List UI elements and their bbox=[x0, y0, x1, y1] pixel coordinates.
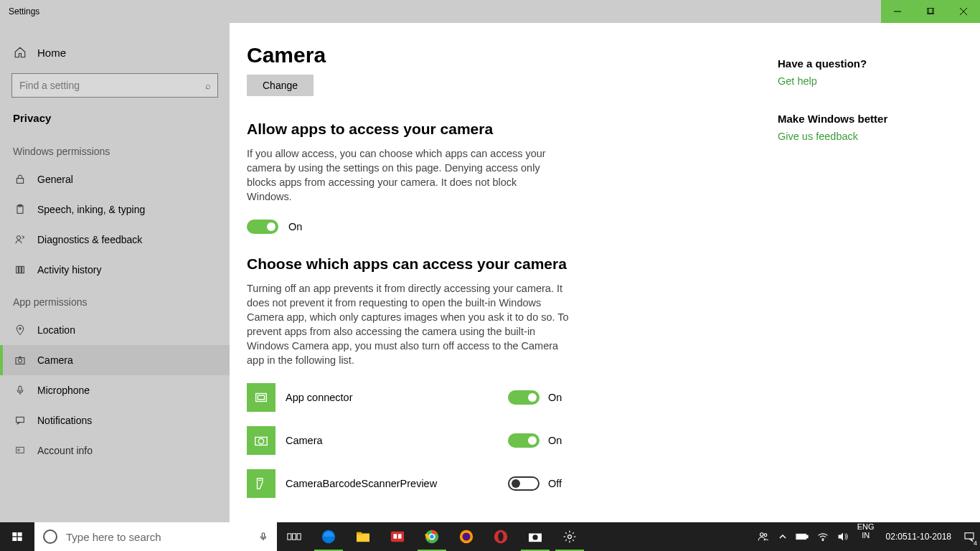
date-text: 11-10-2018 bbox=[908, 532, 951, 542]
clipboard-icon bbox=[13, 204, 27, 215]
location-icon bbox=[13, 324, 27, 336]
svg-rect-1 bbox=[927, 8, 933, 14]
app-toggle-state: On bbox=[548, 435, 562, 446]
svg-rect-29 bbox=[288, 534, 291, 540]
lang-primary: ENG bbox=[857, 522, 875, 531]
minimize-button[interactable] bbox=[881, 0, 914, 23]
nav-label: Location bbox=[37, 324, 75, 336]
svg-point-42 bbox=[463, 533, 471, 541]
feedback-heading: Make Windows better bbox=[778, 113, 947, 125]
sidebar-item-diagnostics[interactable]: Diagnostics & feedback bbox=[0, 225, 230, 255]
svg-rect-25 bbox=[18, 532, 22, 536]
action-center-icon[interactable]: 4 bbox=[958, 522, 980, 551]
microphone-icon bbox=[13, 385, 27, 396]
search-input[interactable] bbox=[11, 73, 218, 98]
search-container: ⌕ bbox=[11, 73, 218, 98]
get-help-link[interactable]: Get help bbox=[778, 75, 947, 87]
notification-icon bbox=[13, 415, 27, 426]
nav-label: Notifications bbox=[37, 415, 92, 426]
svg-point-8 bbox=[17, 236, 20, 240]
camera-taskbar-icon[interactable] bbox=[518, 522, 552, 551]
app-toggle-state: On bbox=[548, 392, 562, 403]
svg-rect-24 bbox=[12, 532, 17, 536]
task-view-button[interactable] bbox=[277, 522, 311, 551]
svg-point-47 bbox=[568, 535, 572, 539]
tray-chevron-icon[interactable] bbox=[774, 522, 791, 551]
file-explorer-icon[interactable] bbox=[346, 522, 380, 551]
app-name: App connector bbox=[286, 392, 508, 403]
svg-point-46 bbox=[532, 534, 537, 540]
svg-rect-5 bbox=[17, 179, 23, 184]
sidebar-item-microphone[interactable]: Microphone bbox=[0, 375, 230, 405]
svg-rect-20 bbox=[258, 395, 264, 400]
app-row-camera: Camera On bbox=[247, 426, 778, 455]
svg-rect-31 bbox=[297, 534, 301, 540]
window-title: Settings bbox=[0, 6, 39, 17]
home-nav[interactable]: Home bbox=[0, 37, 230, 67]
svg-rect-2 bbox=[928, 8, 934, 14]
volume-icon[interactable] bbox=[833, 522, 853, 551]
settings-taskbar-icon[interactable] bbox=[552, 522, 587, 551]
right-panel: Have a question? Get help Make Windows b… bbox=[778, 43, 964, 522]
barcode-scanner-toggle[interactable] bbox=[508, 476, 540, 491]
cortana-search[interactable]: Type here to search bbox=[34, 522, 277, 551]
sidebar-item-account-info[interactable]: Account info bbox=[0, 435, 230, 466]
svg-point-18 bbox=[18, 449, 20, 451]
give-feedback-link[interactable]: Give us feedback bbox=[778, 131, 947, 142]
wifi-icon[interactable] bbox=[813, 522, 833, 551]
svg-rect-27 bbox=[18, 537, 22, 541]
camera-app-icon bbox=[247, 426, 275, 455]
mic-icon[interactable] bbox=[258, 530, 268, 543]
svg-rect-30 bbox=[293, 534, 296, 540]
sidebar-item-activity[interactable]: Activity history bbox=[0, 255, 230, 285]
chrome-icon[interactable] bbox=[415, 522, 449, 551]
svg-rect-37 bbox=[398, 534, 402, 538]
lang-secondary: IN bbox=[862, 531, 870, 540]
sidebar-item-location[interactable]: Location bbox=[0, 315, 230, 345]
notification-badge: 4 bbox=[974, 540, 977, 547]
app-connector-toggle[interactable] bbox=[508, 390, 540, 405]
change-button[interactable]: Change bbox=[247, 75, 314, 96]
nav-label: Activity history bbox=[37, 264, 101, 276]
close-button[interactable] bbox=[947, 0, 980, 23]
question-heading: Have a question? bbox=[778, 57, 947, 70]
nav-label: General bbox=[37, 174, 73, 185]
sidebar-item-camera[interactable]: Camera bbox=[0, 345, 230, 375]
svg-point-48 bbox=[760, 533, 763, 537]
maximize-button[interactable] bbox=[914, 0, 947, 23]
app-name: Camera bbox=[286, 435, 508, 446]
sidebar-item-speech[interactable]: Speech, inking, & typing bbox=[0, 194, 230, 225]
time-text: 02:05 bbox=[886, 532, 908, 542]
sidebar: Home ⌕ Privacy Windows permissions Gener… bbox=[0, 23, 230, 522]
app-toggle-state: Off bbox=[548, 478, 562, 489]
svg-point-12 bbox=[19, 328, 22, 330]
nav-label: Speech, inking, & typing bbox=[37, 204, 145, 215]
edge-icon[interactable] bbox=[311, 522, 346, 551]
svg-rect-51 bbox=[806, 535, 808, 538]
start-button[interactable] bbox=[0, 522, 34, 551]
sidebar-item-general[interactable]: General bbox=[0, 164, 230, 194]
section-heading: Privacy bbox=[0, 108, 230, 134]
choose-description: Turning off an app prevents it from dire… bbox=[247, 281, 577, 367]
people-icon[interactable] bbox=[753, 522, 774, 551]
battery-icon[interactable] bbox=[791, 522, 813, 551]
account-icon bbox=[13, 445, 27, 456]
clock[interactable]: 02:05 11-10-2018 bbox=[879, 522, 958, 551]
window-controls bbox=[881, 0, 980, 23]
app-connector-icon bbox=[247, 383, 275, 412]
allow-apps-toggle[interactable] bbox=[247, 220, 278, 234]
firefox-icon[interactable] bbox=[449, 522, 484, 551]
opera-icon[interactable] bbox=[484, 522, 518, 551]
svg-point-40 bbox=[430, 534, 434, 539]
language-indicator[interactable]: ENG IN bbox=[853, 522, 879, 551]
svg-rect-26 bbox=[12, 537, 17, 541]
app-name: CameraBarcodeScannerPreview bbox=[286, 478, 508, 489]
camera-icon bbox=[13, 354, 27, 366]
app-icon-red[interactable] bbox=[380, 522, 415, 551]
system-tray: ENG IN 02:05 11-10-2018 4 bbox=[753, 522, 980, 551]
group-label-app-permissions: App permissions bbox=[0, 285, 230, 315]
sidebar-item-notifications[interactable]: Notifications bbox=[0, 405, 230, 435]
nav-label: Account info bbox=[37, 445, 93, 456]
camera-app-toggle[interactable] bbox=[508, 433, 540, 448]
svg-point-14 bbox=[18, 359, 22, 362]
